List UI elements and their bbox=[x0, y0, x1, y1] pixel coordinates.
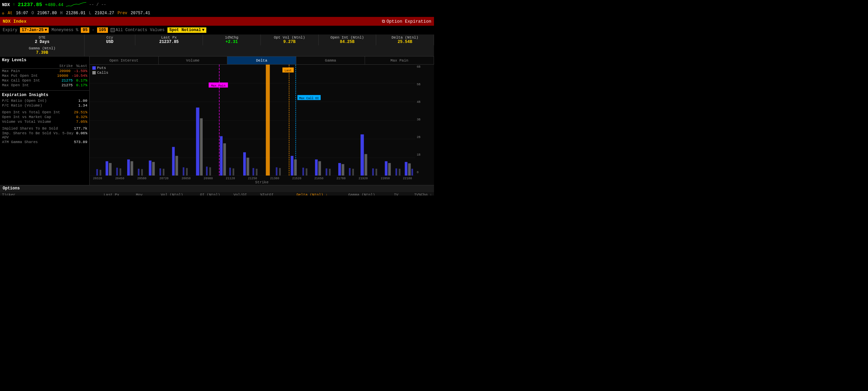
tab-gamma[interactable]: Gamma bbox=[296, 56, 365, 64]
kl-col-strike: Strike bbox=[59, 64, 73, 68]
th-oi-ntnl: OI (Ntnl) bbox=[185, 192, 222, 196]
svg-text:Last: Last bbox=[284, 69, 292, 72]
key-levels-title: Key Levels bbox=[2, 58, 87, 63]
delta-value: 25.54B bbox=[379, 40, 431, 44]
change-cell: 1d%Chg +2.31 bbox=[203, 34, 261, 45]
high-value: 21286.01 bbox=[66, 11, 86, 16]
y-1b: 1B bbox=[417, 153, 433, 157]
svg-rect-41 bbox=[405, 162, 408, 176]
kl-max-pain-label: Max Pain bbox=[2, 69, 59, 73]
stats-row: DTE 2 Days Ccy USD Last Px 21237.85 1d%C… bbox=[0, 34, 434, 56]
kl-max-call-oi-strike: 21275 bbox=[62, 78, 73, 83]
expiry-dropdown[interactable]: 17-Jan-25 ▼ bbox=[20, 27, 49, 33]
svg-rect-19 bbox=[131, 161, 133, 176]
tab-volume[interactable]: Volume bbox=[159, 56, 228, 64]
values-dropdown[interactable]: Spot Notional ▼ bbox=[167, 27, 207, 33]
svg-rect-70 bbox=[399, 169, 401, 176]
svg-rect-20 bbox=[149, 161, 152, 176]
x-label-20450: 20450 bbox=[115, 177, 124, 180]
x-axis-labels: 20320 20450 20580 20720 20850 20980 2112… bbox=[90, 177, 415, 180]
kl-max-pain-strike: 20900 bbox=[59, 69, 70, 73]
change-header: 1d%Chg bbox=[206, 36, 258, 40]
y-0: 0 bbox=[417, 171, 433, 174]
svg-rect-49 bbox=[159, 168, 161, 176]
svg-rect-48 bbox=[141, 169, 143, 176]
svg-rect-43 bbox=[96, 169, 98, 176]
svg-rect-17 bbox=[109, 163, 112, 176]
ccy-cell: Ccy USD bbox=[85, 34, 135, 45]
svg-rect-32 bbox=[294, 159, 297, 176]
th-vol-oi: Vol/OI bbox=[222, 192, 249, 196]
chart-area: Open Interest Volume Delta Gamma Max Pai… bbox=[90, 56, 434, 185]
ticker-symbol: NDX bbox=[2, 2, 10, 7]
svg-rect-51 bbox=[183, 167, 184, 176]
th-delta-ntnl[interactable]: Delta (Ntnl) ↓ bbox=[276, 192, 330, 196]
kl-max-open-int-label: Max Open Int bbox=[2, 83, 62, 87]
open-int-cell: Open Int (Ntnl) 84.25B bbox=[319, 34, 376, 45]
price-bar: ⊙ At 16:07 O 21067.80 H 21286.01 L 21024… bbox=[0, 9, 434, 17]
clock-icon: ⊙ bbox=[2, 11, 4, 16]
svg-rect-23 bbox=[176, 156, 178, 176]
insight-imp-shares-adv: Imp. Shares To Be Sold Vs. 5-Day ADV 0.0… bbox=[2, 131, 87, 140]
key-levels-header: Strike %Last bbox=[2, 64, 87, 69]
tab-delta-label: Delta bbox=[256, 59, 267, 63]
option-expiration-button[interactable]: ⧉ Option Expiration bbox=[382, 19, 431, 24]
svg-rect-31 bbox=[291, 156, 294, 176]
svg-rect-69 bbox=[395, 168, 397, 176]
key-level-max-put-oi: Max Put Open Int 19000 -10.54% bbox=[2, 73, 87, 78]
moneyness-label: Moneyness % bbox=[51, 28, 78, 32]
svg-rect-56 bbox=[233, 168, 234, 176]
insight-pc-oi-value: 1.00 bbox=[78, 99, 87, 103]
kl-max-call-oi-label: Max Call Open Int bbox=[2, 78, 62, 83]
kl-max-open-int-pct: 0.17% bbox=[73, 83, 87, 87]
svg-rect-16 bbox=[106, 161, 108, 176]
x-label-21920: 21920 bbox=[359, 177, 368, 180]
prev-label: Prev bbox=[117, 11, 127, 16]
insight-implied-label: Implied Shares To Be Sold bbox=[2, 127, 74, 131]
tab-max-pain-label: Max Pain bbox=[390, 59, 408, 63]
left-panel: Key Levels Strike %Last Max Pain 20900 -… bbox=[0, 56, 90, 185]
insight-pc-vol-value: 1.34 bbox=[78, 104, 87, 108]
svg-rect-35 bbox=[338, 163, 341, 176]
tab-open-interest[interactable]: Open Interest bbox=[90, 56, 159, 64]
values-chevron-icon: ▼ bbox=[202, 28, 204, 32]
insight-pc-vol-label: P/C Ratio (Volume) bbox=[2, 104, 78, 108]
svg-rect-26 bbox=[220, 136, 223, 176]
tab-max-pain[interactable]: Max Pain bbox=[365, 56, 434, 64]
y-6b: 6B bbox=[417, 65, 433, 69]
svg-rect-57 bbox=[253, 168, 254, 176]
gamma-header: Gamma (Ntnl) bbox=[3, 46, 82, 50]
insight-adv-label: Imp. Shares To Be Sold Vs. 5-Day ADV bbox=[2, 131, 76, 139]
key-level-max-call-oi: Max Call Open Int 21275 0.17% bbox=[2, 78, 87, 83]
tab-delta[interactable]: Delta bbox=[227, 56, 296, 64]
x-label-22180: 22180 bbox=[403, 177, 412, 180]
open-int-value: 84.25B bbox=[321, 40, 373, 44]
ticker-price: 21237.85 bbox=[18, 2, 42, 8]
key-level-max-pain: Max Pain 20900 -1.59% bbox=[2, 69, 87, 73]
all-contracts-checkbox[interactable] bbox=[111, 28, 115, 32]
svg-rect-33 bbox=[315, 159, 318, 176]
y-2b: 2B bbox=[417, 136, 433, 139]
all-contracts-toggle[interactable]: All Contracts bbox=[111, 28, 147, 32]
th-iv-pct-chg[interactable]: IV%Chg ↓ bbox=[401, 192, 434, 196]
dte-header: DTE bbox=[3, 36, 82, 40]
svg-rect-24 bbox=[196, 108, 199, 176]
svg-rect-25 bbox=[200, 118, 203, 176]
last-px-header: Last Px bbox=[138, 36, 200, 40]
x-label-20850: 20850 bbox=[182, 177, 191, 180]
open-int-header: Open Int (Ntnl) bbox=[321, 36, 373, 40]
x-axis-title-text: Strike bbox=[255, 180, 269, 184]
moneyness-high[interactable]: 105 bbox=[97, 27, 108, 33]
svg-rect-39 bbox=[385, 161, 388, 176]
values-dropdown-text: Spot Notional bbox=[169, 28, 201, 32]
svg-rect-66 bbox=[352, 169, 354, 176]
ticker-change: +480.44 bbox=[45, 2, 64, 7]
insight-oi-total-value: 29.51% bbox=[74, 110, 87, 114]
svg-text:Max Pain: Max Pain bbox=[211, 84, 225, 87]
x-label-20980: 20980 bbox=[204, 177, 213, 180]
external-link-icon: ⧉ bbox=[382, 19, 385, 24]
title-bar: NDX Index ⧉ Option Expiration bbox=[0, 17, 434, 26]
svg-rect-47 bbox=[138, 169, 139, 176]
moneyness-low[interactable]: 95 bbox=[81, 27, 89, 33]
expiry-date: 17-Jan-25 bbox=[22, 28, 44, 32]
